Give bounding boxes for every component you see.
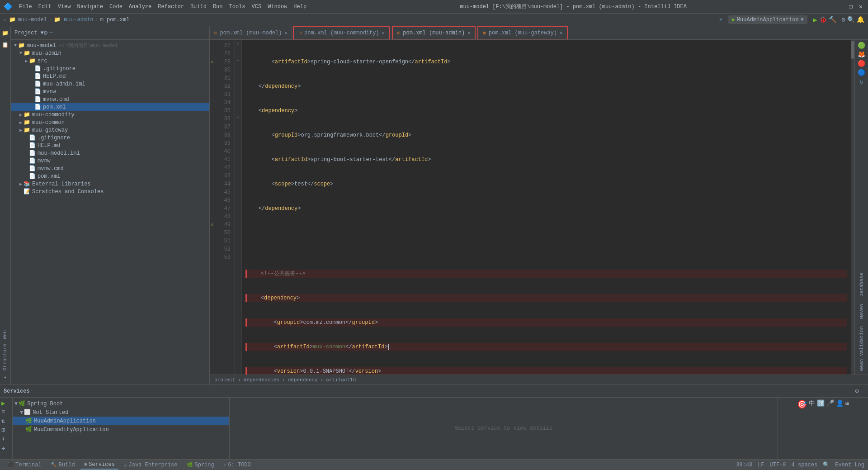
run-button[interactable]: ▶ (813, 15, 817, 24)
bean-label[interactable]: Bean Validation (858, 323, 865, 375)
settings-icon[interactable]: ⚙ (842, 16, 845, 24)
web-label[interactable]: Web (1, 328, 9, 341)
run-config-label[interactable]: MuuAdminApplication (737, 17, 799, 23)
refresh-icon[interactable]: ↻ (859, 78, 863, 85)
menu-run[interactable]: Run (210, 3, 226, 11)
tree-item-muu-gateway[interactable]: ▶ 📁 muu-gateway (11, 126, 209, 134)
database-label[interactable]: Database (858, 269, 865, 300)
notifications-icon[interactable]: 🔔 (857, 16, 864, 24)
close-tab-2[interactable]: ✕ (382, 30, 385, 36)
structure-label[interactable]: Structure (1, 342, 9, 372)
tree-item-root[interactable]: ▼ 📁 muu-model F:\我的项目\muu-model (11, 42, 209, 49)
window-controls[interactable]: — ❐ ✕ (837, 3, 864, 10)
tab-pom-gateway[interactable]: m pom.xml (muu-gateway) ✕ (477, 26, 568, 40)
tab-terminal[interactable]: ⬛ Terminal (4, 461, 45, 469)
vertical-scrollbar[interactable] (851, 40, 854, 375)
run-config-dropdown[interactable]: ▼ (801, 17, 804, 23)
favorites-label[interactable]: ★ (1, 373, 9, 383)
menu-build[interactable]: Build (188, 3, 209, 11)
list-icon[interactable]: ≡ (1, 408, 11, 416)
toolbar-icon-1[interactable]: ⚡ (719, 16, 722, 24)
tree-item-mvnwcmd2[interactable]: 📄 mvnw.cmd (11, 165, 209, 172)
tree-item-src[interactable]: ▶ 📁 src (11, 57, 209, 65)
bottom-panel-controls[interactable]: ⚙ — (855, 387, 864, 395)
ie-icon[interactable]: 🔵 (858, 69, 865, 76)
fold-36[interactable]: ▽ (235, 113, 241, 121)
menu-refactor[interactable]: Refactor (155, 3, 187, 11)
tree-item-helpmd2[interactable]: 📄 HELP.md (11, 142, 209, 149)
tab-services-bottom[interactable]: ⚙ Services (80, 461, 118, 470)
tree-item-extlibs[interactable]: ▶ 📚 External Libraries (11, 180, 209, 188)
tree-item-iml2[interactable]: 📄 muu-model.iml (11, 149, 209, 157)
tree-item-mvnw[interactable]: 📄 mvnw (11, 88, 209, 95)
breadcrumb-dependency[interactable]: dependency (288, 377, 318, 383)
user-icon[interactable]: 👤 (836, 399, 844, 409)
maximize-button[interactable]: ❐ (847, 3, 854, 10)
tree-item-muu-commodity[interactable]: ▶ 📁 muu-commodity (11, 111, 209, 119)
close-button[interactable]: ✕ (857, 3, 864, 10)
fold-29[interactable]: ▽ (235, 40, 241, 48)
code-content[interactable]: <artifactId>spring-cloud-starter-openfei… (242, 40, 851, 375)
sidebar-header-icons[interactable]: ⚙ — (44, 29, 53, 37)
gear-icon[interactable]: ⚙ (44, 29, 47, 37)
tab-java-enterprise[interactable]: ☕ Java Enterprise (120, 461, 181, 469)
tab-build[interactable]: 🔨 Build (47, 461, 79, 469)
menu-analyze[interactable]: Analyze (126, 3, 154, 11)
search-everywhere-icon[interactable]: 🔍 (847, 16, 855, 24)
tree-item-gitignore[interactable]: 📄 .gitignore (11, 65, 209, 72)
menu-edit[interactable]: Edit (36, 3, 54, 11)
chrome-icon[interactable]: 🟢 (858, 42, 865, 49)
fold-27[interactable]: ▽ (235, 56, 241, 64)
status-encoding[interactable]: UTF-8 (770, 462, 786, 468)
mic-icon[interactable]: 🎤 (826, 399, 834, 409)
grid-icon[interactable]: ⊞ (845, 399, 849, 409)
scrollbar-thumb[interactable] (851, 41, 854, 59)
tree-item-muu-admin[interactable]: ▼ 📁 muu-admin (11, 49, 209, 57)
menu-help[interactable]: Help (291, 3, 309, 11)
opera-icon[interactable]: 🔴 (858, 60, 865, 67)
menu-window[interactable]: Window (265, 3, 290, 11)
menu-bar[interactable]: File Edit View Navigate Code Analyze Ref… (16, 3, 309, 11)
event-log-label[interactable]: Event Log (835, 462, 864, 468)
menu-vcs[interactable]: VCS (249, 3, 264, 11)
breadcrumb-project[interactable]: project (214, 377, 235, 383)
service-springboot[interactable]: ▼ 🌿 Spring Boot (13, 399, 229, 408)
status-line-ending[interactable]: LF (758, 462, 764, 468)
service-muucommodity[interactable]: 🌿 MuuCommodityApplication (13, 425, 229, 434)
jetbrains-icon[interactable]: 🎯 (797, 399, 807, 409)
firefox-icon[interactable]: 🦊 (858, 51, 865, 58)
add-icon[interactable]: ✚ (1, 444, 11, 452)
menu-view[interactable]: View (55, 3, 74, 11)
back-icon[interactable]: ← (4, 16, 7, 24)
settings-panel-icon[interactable]: ⚙ (855, 387, 859, 395)
tab-todo[interactable]: ✓ 6: TODO (220, 461, 255, 469)
collapse-icon[interactable]: — (49, 29, 53, 37)
status-indent[interactable]: 4 spaces (792, 462, 818, 468)
breadcrumb-dependencies[interactable]: dependencies (244, 377, 279, 383)
group-icon[interactable]: ⊞ (1, 426, 11, 434)
lang-zh-icon[interactable]: 中 (809, 399, 815, 409)
close-tab-4[interactable]: ✕ (560, 30, 562, 36)
tree-item-muu-common[interactable]: ▶ 📁 muu-common (11, 119, 209, 126)
tree-item-iml[interactable]: 📄 muu-admin.iml (11, 80, 209, 88)
close-tab-1[interactable]: ✕ (284, 30, 287, 36)
menu-navigate[interactable]: Navigate (74, 3, 106, 11)
project-icon[interactable]: 📁 (0, 28, 10, 38)
code-editor[interactable]: 27 28 29 ↺ 30 31 32 33 34 35 36 37 38 39… (210, 40, 868, 375)
maven-label[interactable]: Maven (858, 300, 865, 323)
tree-item-gitignore2[interactable]: 📄 .gitignore (11, 134, 209, 142)
tree-item-pomxml2[interactable]: 📄 pom.xml (11, 172, 209, 180)
tab-pom-commodity[interactable]: m pom.xml (muu-commodity) ✕ (293, 26, 390, 40)
translate-icon[interactable]: 🔠 (817, 399, 825, 409)
tree-item-mvnw2[interactable]: 📄 mvnw (11, 157, 209, 165)
commit-icon[interactable]: 📋 (0, 40, 10, 50)
menu-tools[interactable]: Tools (226, 3, 248, 11)
tab-spring[interactable]: 🌿 Spring (183, 461, 218, 469)
tab-pom-admin[interactable]: m pom.xml (muu-admin) ✕ (392, 26, 476, 40)
filter-icon[interactable]: ⬇ (1, 435, 11, 443)
sort-icon[interactable]: ⇅ (1, 417, 11, 425)
menu-file[interactable]: File (16, 3, 35, 11)
build-button[interactable]: 🔨 (829, 16, 836, 24)
tree-item-pomxml-admin[interactable]: 📄 pom.xml (11, 103, 209, 111)
close-tab-3[interactable]: ✕ (467, 30, 470, 36)
